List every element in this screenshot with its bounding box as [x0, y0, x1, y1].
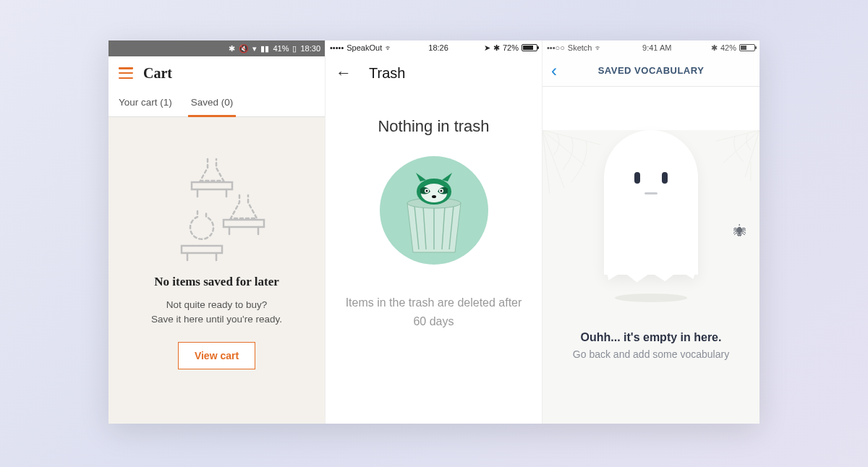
- wifi-icon: ᯤ: [385, 43, 393, 52]
- battery-icon: [522, 44, 537, 51]
- cobweb-left-icon: [542, 130, 608, 195]
- trash-illustration: [380, 156, 488, 265]
- status-time: 9:41 AM: [642, 43, 671, 52]
- app-header: Cart: [109, 56, 325, 90]
- phone-trash: ••••• SpeakOut ᯤ 18:26 ➤ ✱ 72% ← Trash N…: [326, 40, 542, 424]
- svg-point-18: [425, 190, 427, 192]
- carrier-text: SpeakOut: [346, 43, 382, 52]
- empty-subtext: Go back and add some vocabulary: [542, 348, 760, 360]
- signal-icon: ▮▮: [260, 44, 269, 53]
- svg-point-20: [440, 190, 442, 192]
- cobweb-right-icon: [709, 130, 760, 181]
- battery-icon: [739, 44, 755, 51]
- svg-point-21: [432, 195, 436, 198]
- signal-dots-icon: •••••: [330, 43, 344, 52]
- back-arrow-icon[interactable]: ←: [336, 64, 352, 82]
- battery-icon: ▯: [292, 44, 297, 53]
- wifi-icon: ᯤ: [595, 43, 603, 52]
- menu-icon[interactable]: [119, 67, 133, 79]
- bluetooth-icon: ✱: [493, 43, 500, 53]
- tab-bar: Your cart (1) Saved (0): [109, 90, 325, 117]
- screenshots-row: ✱ 🔇 ▾ ▮▮ 41% ▯ 18:30 Cart Your cart (1) …: [109, 40, 760, 424]
- svg-rect-6: [182, 246, 222, 253]
- ghost-illustration: [600, 130, 702, 302]
- tab-your-cart[interactable]: Your cart (1): [119, 90, 172, 116]
- svg-rect-0: [192, 182, 232, 189]
- empty-headline: No items saved for later: [154, 275, 278, 289]
- battery-text: 42%: [720, 43, 736, 52]
- tab-saved[interactable]: Saved (0): [191, 90, 234, 116]
- page-title: Trash: [369, 65, 405, 82]
- battery-text: 41%: [273, 44, 289, 53]
- carrier-text: Sketch: [568, 43, 592, 52]
- bluetooth-icon: ✱: [229, 44, 235, 53]
- empty-subtext: Items in the trash are deleted after 60 …: [340, 294, 527, 330]
- empty-state: Nothing in trash: [326, 91, 542, 356]
- back-chevron-icon[interactable]: ‹: [551, 61, 557, 81]
- status-bar: ••••• SpeakOut ᯤ 18:26 ➤ ✱ 72%: [326, 40, 542, 55]
- status-bar: ✱ 🔇 ▾ ▮▮ 41% ▯ 18:30: [109, 40, 325, 56]
- location-icon: ➤: [484, 43, 490, 53]
- status-bar: •••○○ Sketch ᯤ 9:41 AM ✱ 42%: [542, 40, 760, 55]
- app-header: ‹ SAVED VOCABULARY: [542, 55, 760, 87]
- phone-vocab: •••○○ Sketch ᯤ 9:41 AM ✱ 42% ‹ SAVED VOC…: [542, 40, 760, 424]
- page-title: SAVED VOCABULARY: [598, 65, 705, 76]
- empty-headline: Nothing in trash: [340, 117, 527, 136]
- empty-subtext: Not quite ready to buy? Save it here unt…: [151, 298, 282, 327]
- app-header: ← Trash: [326, 55, 542, 91]
- spider-icon: 🕷: [733, 224, 746, 239]
- signal-dots-icon: •••○○: [547, 43, 565, 52]
- phone-cart: ✱ 🔇 ▾ ▮▮ 41% ▯ 18:30 Cart Your cart (1) …: [109, 40, 326, 424]
- empty-shelves-illustration: [156, 139, 278, 262]
- battery-text: 72%: [503, 43, 519, 52]
- svg-rect-3: [224, 220, 264, 227]
- view-cart-button[interactable]: View cart: [178, 342, 255, 369]
- empty-state: No items saved for later Not quite ready…: [109, 117, 325, 424]
- wifi-icon: ▾: [252, 44, 257, 53]
- status-time: 18:30: [300, 44, 320, 53]
- empty-headline: Ouhh... it's empty in here.: [542, 331, 760, 344]
- bluetooth-icon: ✱: [711, 43, 718, 53]
- empty-state: 🕷 Ouhh... it's empty in here. Go back an…: [542, 130, 760, 424]
- page-title: Cart: [143, 65, 172, 82]
- mute-icon: 🔇: [239, 44, 249, 53]
- status-time: 18:26: [428, 43, 448, 52]
